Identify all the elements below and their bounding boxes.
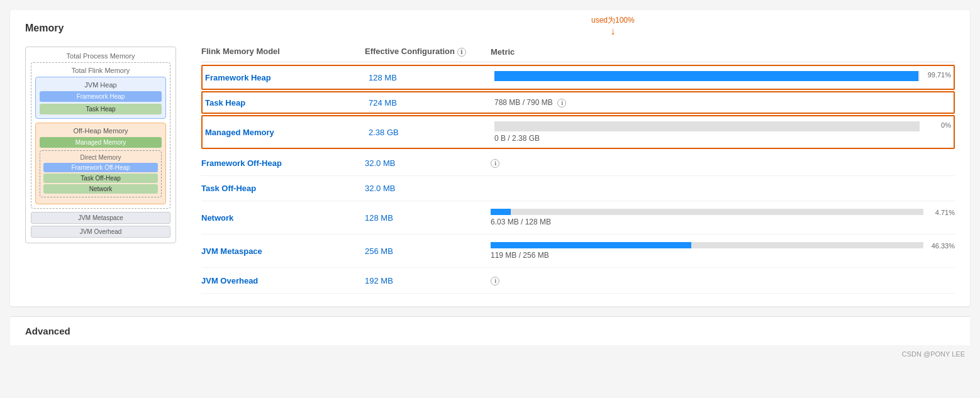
footer: CSDN @PONY LEE: [0, 345, 980, 363]
row-config-managed-memory: 2.38 GB: [369, 128, 494, 137]
row-metric-fw-offheap: ℹ: [491, 158, 955, 168]
progress-bar-managed: [494, 121, 920, 131]
row-metric-managed-memory: 0% 0 B / 2.38 GB: [494, 121, 951, 143]
row-name-network: Network: [201, 213, 365, 223]
table-row: JVM Overhead 192 MB ℹ: [201, 268, 955, 294]
memory-table: used为100% ↓ Flink Memory Model Effective…: [201, 47, 955, 294]
diagram-outer: Total Process Memory Total Flink Memory …: [25, 47, 176, 243]
progress-bar-framework-heap: [494, 71, 920, 81]
jvm-heap-box: JVM Heap Framework Heap Task Heap: [35, 77, 166, 119]
network-chip: Network: [43, 184, 158, 194]
progress-bar-network: [491, 209, 923, 215]
diagram-flink-box: Total Flink Memory JVM Heap Framework He…: [31, 62, 170, 209]
row-config-fw-offheap: 32.0 MB: [365, 158, 491, 168]
metric-text-task-heap: 788 MB / 790 MB: [494, 98, 553, 107]
progress-fill-framework-heap: [494, 71, 918, 81]
table-row: Framework Heap 128 MB 99.71%: [201, 65, 955, 90]
direct-memory-box: Direct Memory Framework Off-Heap Task Of…: [40, 150, 162, 197]
row-name-jvm-overhead: JVM Overhead: [201, 276, 365, 285]
table-row: Network 128 MB 4.71% 6.03 MB / 128 MB: [201, 201, 955, 235]
footer-text: CSDN @PONY LEE: [902, 350, 965, 358]
col1-header: Flink Memory Model: [201, 47, 365, 57]
page-container: Memory Total Process Memory Total Flink …: [0, 10, 980, 398]
table-row: Task Heap 724 MB 788 MB / 790 MB ℹ: [201, 91, 955, 114]
row-name-framework-heap: Framework Heap: [205, 73, 369, 82]
metric-text-metaspace: 119 MB / 256 MB: [491, 251, 923, 260]
fw-offheap-info-icon[interactable]: ℹ: [491, 159, 499, 168]
row-metric-jvm-metaspace: 46.33% 119 MB / 256 MB: [491, 242, 955, 260]
table-row: JVM Metaspace 256 MB 46.33% 119 MB / 256…: [201, 235, 955, 268]
row-config-jvm-metaspace: 256 MB: [365, 246, 491, 256]
table-row: Task Off-Heap 32.0 MB: [201, 176, 955, 201]
progress-fill-network: [491, 209, 511, 215]
direct-memory-label: Direct Memory: [43, 154, 158, 161]
jvm-metaspace-chip: JVM Metaspace: [31, 212, 170, 224]
memory-diagram: Total Process Memory Total Flink Memory …: [25, 47, 176, 294]
col2-info-icon[interactable]: ℹ: [457, 48, 466, 57]
jvm-overhead-info-icon[interactable]: ℹ: [491, 277, 499, 285]
row-config-task-offheap: 32.0 MB: [365, 184, 491, 193]
row-metric-framework-heap: 99.71%: [494, 71, 951, 84]
row-name-jvm-metaspace: JVM Metaspace: [201, 246, 365, 256]
col3-header: Metric: [491, 47, 955, 57]
off-heap-box: Off-Heap Memory Managed Memory Direct Me…: [35, 123, 166, 204]
row-config-task-heap: 724 MB: [369, 98, 494, 108]
off-heap-label: Off-Heap Memory: [40, 127, 162, 135]
task-heap-chip: Task Heap: [40, 104, 162, 114]
progress-label-managed: 0%: [941, 121, 951, 129]
row-config-network: 128 MB: [365, 213, 491, 223]
row-metric-network: 4.71% 6.03 MB / 128 MB: [491, 209, 955, 226]
progress-label-metaspace: 46.33%: [932, 242, 955, 250]
advanced-section: Advanced: [10, 316, 970, 345]
metric-text-network: 6.03 MB / 128 MB: [491, 218, 923, 226]
memory-section: Memory Total Process Memory Total Flink …: [10, 10, 970, 306]
memory-content: Total Process Memory Total Flink Memory …: [25, 47, 955, 294]
row-name-task-offheap: Task Off-Heap: [201, 184, 365, 193]
table-row: Managed Memory 2.38 GB 0% 0 B / 2.38 GB: [201, 115, 955, 149]
table-header: Flink Memory Model Effective Configurati…: [201, 47, 955, 62]
jvm-overhead-chip: JVM Overhead: [31, 226, 170, 238]
row-config-jvm-overhead: 192 MB: [365, 276, 491, 285]
managed-memory-chip: Managed Memory: [40, 137, 162, 148]
metric-text-managed: 0 B / 2.38 GB: [494, 134, 920, 143]
total-flink-label: Total Flink Memory: [35, 67, 166, 74]
progress-fill-metaspace: [491, 242, 691, 248]
task-heap-info-icon[interactable]: ℹ: [557, 99, 566, 108]
jvm-heap-label: JVM Heap: [40, 81, 162, 89]
memory-title: Memory: [25, 23, 955, 34]
row-config-framework-heap: 128 MB: [369, 73, 494, 82]
total-process-label: Total Process Memory: [31, 52, 170, 60]
row-metric-task-heap: 788 MB / 790 MB ℹ: [494, 97, 951, 108]
progress-label-network: 4.71%: [935, 209, 955, 216]
row-name-task-heap: Task Heap: [205, 98, 369, 108]
row-name-fw-offheap: Framework Off-Heap: [201, 158, 365, 168]
progress-label-framework-heap: 99.71%: [928, 71, 951, 79]
row-metric-jvm-overhead: ℹ: [491, 275, 955, 285]
col2-header: Effective Configuration ℹ: [365, 47, 491, 57]
fw-offheap-chip: Framework Off-Heap: [43, 163, 158, 172]
progress-bar-metaspace: [491, 242, 923, 248]
row-name-managed-memory: Managed Memory: [205, 128, 369, 137]
task-offheap-chip: Task Off-Heap: [43, 174, 158, 183]
framework-heap-chip: Framework Heap: [40, 91, 162, 102]
advanced-title: Advanced: [25, 326, 955, 336]
table-row: Framework Off-Heap 32.0 MB ℹ: [201, 150, 955, 176]
